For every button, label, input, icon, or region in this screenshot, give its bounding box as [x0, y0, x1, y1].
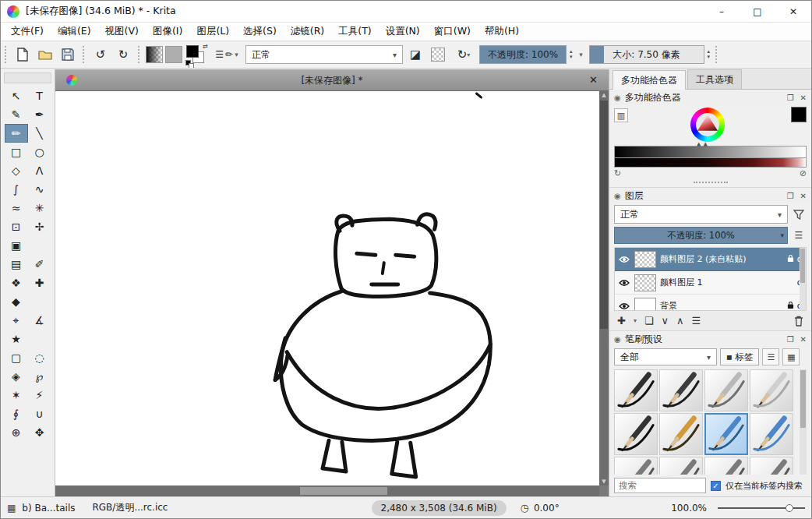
layer-row[interactable]: 颜料图层 1α [615, 271, 806, 295]
delete-layer-button[interactable] [794, 316, 803, 327]
freehand-brush-tool[interactable]: ✏ [5, 124, 28, 143]
current-color-swatch[interactable] [791, 107, 807, 122]
brush-size-spinner[interactable]: ▴▾ [707, 49, 711, 60]
similar-color-selection-tool[interactable]: ✶ [5, 386, 28, 404]
brush-preset-6[interactable] [659, 413, 703, 455]
gradient-chooser[interactable] [146, 46, 163, 63]
contiguous-selection-tool[interactable]: ⚡ [28, 386, 51, 404]
transform-tool[interactable]: ⊡ [5, 217, 28, 236]
edit-shapes-tool[interactable]: ✎ [5, 105, 28, 124]
new-document-button[interactable] [12, 44, 33, 65]
fill-tool[interactable]: ◆ [5, 292, 28, 311]
preset-scrollbar[interactable] [800, 369, 807, 475]
add-layer-caret[interactable]: ▾ [634, 317, 637, 324]
selection-mode-icon[interactable]: ▦ [7, 503, 16, 514]
float-docker-icon[interactable]: ❐ [787, 94, 794, 102]
close-button[interactable]: ✕ [775, 1, 811, 23]
layer-thumbnail[interactable] [634, 251, 656, 268]
canvas-vertical-scrollbar[interactable]: ▲ ▼ [599, 91, 609, 485]
color-wheel[interactable] [690, 108, 725, 142]
toolbox-grip[interactable] [4, 72, 51, 83]
bezier-selection-tool[interactable]: ∮ [5, 404, 28, 423]
elliptical-selection-tool[interactable]: ◌ [28, 348, 51, 367]
layer-list-scrollbar[interactable] [800, 248, 806, 310]
brush-preset-2[interactable] [659, 369, 703, 411]
magnetic-selection-tool[interactable]: ∪ [28, 404, 51, 423]
polygonal-selection-tool[interactable]: ◈ [5, 367, 28, 386]
preset-filter-dropdown[interactable]: 全部 ▾ [614, 348, 717, 365]
dock-tab-active[interactable]: 多功能拾色器 [613, 70, 686, 90]
move-layer-down-button[interactable]: ∨ [662, 315, 669, 327]
brush-preset-5[interactable] [614, 413, 658, 455]
rotation-dial-icon[interactable]: ◷ [521, 502, 529, 514]
color-history-icon[interactable]: ↻ [614, 168, 621, 178]
undo-button[interactable]: ↺ [90, 44, 111, 65]
brush-preset-8[interactable] [750, 413, 793, 455]
reload-preset-button[interactable]: ↻ ▾ [450, 44, 477, 65]
foreground-color-swatch[interactable] [186, 45, 199, 58]
opacity-spinner[interactable]: ▴▾ [569, 49, 574, 60]
pattern-edit-tool[interactable]: ❖ [5, 274, 28, 292]
layer-filter-button[interactable] [791, 207, 807, 222]
menu-item[interactable]: 选择(S) [236, 23, 284, 40]
dock-tab-inactive[interactable]: 工具选项 [687, 69, 742, 89]
move-tool[interactable]: ✢ [28, 217, 51, 236]
preset-grid-mode-button[interactable]: ▦ [782, 348, 800, 365]
menu-item[interactable]: 视图(V) [98, 23, 146, 40]
duplicate-layer-button[interactable]: ❏ [644, 315, 654, 327]
zoom-slider[interactable] [718, 503, 805, 514]
layer-visibility-toggle[interactable] [618, 302, 630, 310]
tag-button[interactable]: ◼ 标签 [720, 348, 759, 365]
zoom-tool[interactable]: ⊕ [5, 423, 28, 442]
preset-search-input[interactable] [614, 478, 706, 493]
scroll-down-icon[interactable]: ▼ [599, 478, 609, 485]
measure-tool[interactable]: ∡ [28, 311, 51, 330]
layer-thumbnail[interactable] [634, 274, 656, 291]
document-tab-close-icon[interactable]: ✕ [589, 74, 598, 86]
swap-colors-icon[interactable]: ⇄ [203, 44, 208, 50]
brush-preset-1[interactable] [614, 369, 658, 411]
menu-item[interactable]: 工具(T) [331, 23, 378, 40]
line-tool[interactable]: ╲ [28, 124, 51, 143]
smart-patch-tool[interactable]: ✚ [28, 274, 51, 292]
brush-preset-3[interactable] [704, 369, 748, 411]
search-scope-checkbox[interactable]: ✓ [711, 481, 721, 491]
layer-row[interactable]: 颜料图层 2 (来自粘贴)α [615, 248, 806, 271]
menu-item[interactable]: 图像(I) [146, 23, 189, 40]
add-layer-button[interactable]: ✚ [617, 315, 626, 327]
float-docker-icon[interactable]: ❐ [787, 335, 794, 344]
foreground-background-colors[interactable]: ⇄ [185, 44, 208, 65]
shade-selector-button[interactable]: ▥ [614, 108, 628, 122]
brush-size-slider[interactable]: 大小: 7.50 像素 [589, 45, 704, 64]
layer-row[interactable]: 背景α [615, 295, 806, 311]
multibrush-tool[interactable]: ✳ [28, 199, 51, 217]
value-gradient-strip[interactable] [614, 146, 807, 157]
brush-preset-9[interactable] [614, 457, 658, 475]
brush-preset-10[interactable] [659, 457, 703, 475]
opacity-options-caret[interactable]: ▾ [576, 44, 587, 65]
layer-lock-icon[interactable] [787, 254, 794, 265]
float-docker-icon[interactable]: ❐ [787, 192, 794, 200]
brush-preset-11[interactable] [704, 457, 748, 475]
image-size-badge[interactable]: 2,480 x 3,508 (34.6 MiB) [372, 500, 507, 516]
calligraphy-tool[interactable]: ✒ [28, 105, 51, 124]
pattern-chooser[interactable] [165, 46, 182, 63]
text-tool[interactable]: T [28, 86, 51, 105]
ellipse-tool[interactable]: ○ [28, 143, 51, 161]
preset-list-mode-button[interactable]: ☰ [762, 348, 779, 365]
move-layer-up-button[interactable]: ∧ [676, 315, 684, 327]
crop-tool[interactable]: ▣ [5, 236, 28, 255]
layer-opacity-slider[interactable]: 不透明度: 100% ▾ [614, 227, 788, 244]
layer-name[interactable]: 背景 [660, 300, 783, 311]
layer-options-button[interactable]: ☰ [791, 228, 807, 243]
reference-images-tool[interactable]: ★ [5, 330, 28, 348]
opacity-slider[interactable]: 不透明度: 100% [479, 45, 567, 64]
menu-item[interactable]: 滤镜(R) [284, 23, 331, 40]
minimize-button[interactable]: – [704, 1, 740, 23]
gamut-mask-off-icon[interactable]: ⊘ [800, 168, 807, 178]
reset-colors-icon[interactable] [185, 60, 191, 65]
freehand-selection-tool[interactable]: ℘ [28, 367, 51, 386]
menu-item[interactable]: 图层(L) [189, 23, 236, 40]
gradient-tool[interactable]: ▤ [5, 255, 28, 274]
maximize-button[interactable]: □ [740, 1, 775, 23]
